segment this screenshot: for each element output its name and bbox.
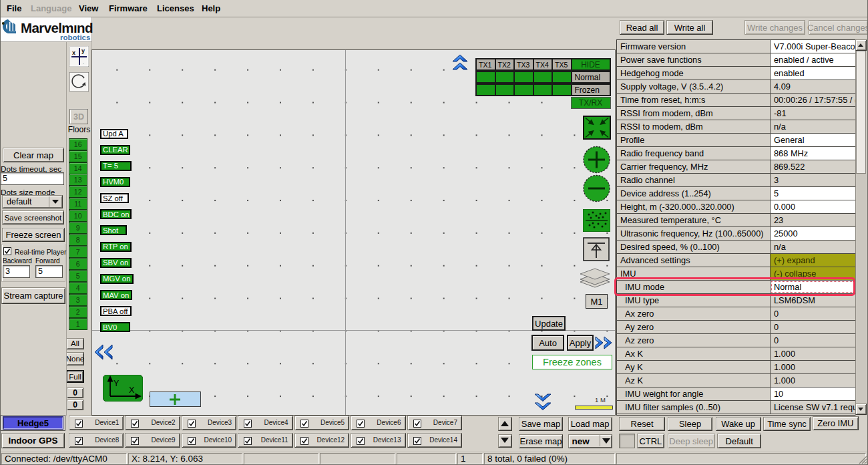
svg-text:Y: Y xyxy=(114,379,120,388)
svg-text:X: X xyxy=(129,385,135,395)
svg-text:y: y xyxy=(81,47,85,54)
svg-text:.: . xyxy=(83,59,84,65)
svg-text:x: x xyxy=(72,49,75,56)
